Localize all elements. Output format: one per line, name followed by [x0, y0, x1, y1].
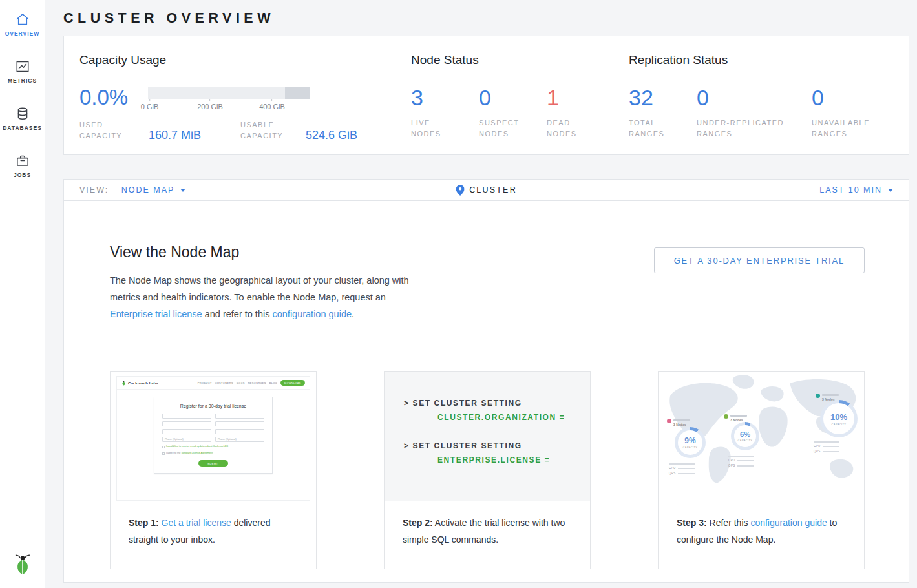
capacity-bar-chart: 0 GiB 200 GiB 400 GiB: [148, 87, 310, 113]
home-icon: [15, 12, 30, 27]
mini-form-title: Register for a 30-day trial license: [162, 404, 264, 408]
unavailable-ranges-count: 0: [812, 85, 893, 110]
cockroach-labs-logo: Cockroach Labs: [121, 380, 158, 386]
configuration-guide-link[interactable]: configuration guide: [272, 309, 352, 319]
database-icon: [15, 106, 30, 121]
unavailable-ranges-label: UNAVAILABLE RANGES: [812, 118, 883, 140]
suspect-nodes-label: SUSPECT NODES: [479, 118, 532, 140]
sidebar-item-overview[interactable]: OVERVIEW: [0, 12, 45, 37]
region-legend: 3 Nodes: [724, 414, 747, 422]
mini-phone-field: Phone (Optional): [215, 437, 264, 442]
mini-form-field: [162, 421, 211, 426]
capacity-donut: 10%CAPACITY: [820, 400, 858, 437]
region-legend: 3 Nodes: [667, 419, 690, 426]
mini-site-header: Cockroach Labs PRODUCT CUSTOMERS DOCS RE…: [117, 377, 310, 390]
sidebar-nav: OVERVIEW METRICS DATABASES: [0, 12, 45, 200]
sql-prompt: >: [404, 441, 410, 450]
page-title: CLUSTER OVERVIEW: [63, 10, 909, 30]
section-divider: [110, 350, 865, 350]
capacity-used-percent: 0.0%: [79, 85, 148, 113]
sidebar-item-label: JOBS: [14, 172, 31, 178]
step-2-card: > SET CLUSTER SETTING CLUSTER.ORGANIZATI…: [384, 371, 591, 569]
sql-setting: CLUSTER.ORGANIZATION =: [437, 413, 590, 422]
location-pin-icon: [456, 185, 464, 196]
view-dropdown[interactable]: NODE MAP: [121, 185, 186, 194]
mini-form-field: [215, 414, 264, 419]
capacity-bar-segment: [285, 87, 310, 99]
mini-download-button: DOWNLOAD: [280, 380, 305, 386]
sql-command: SET CLUSTER SETTING: [413, 399, 522, 408]
sidebar-item-label: DATABASES: [3, 125, 42, 131]
mini-optin-checkbox: I would like to receive email updates ab…: [162, 445, 264, 448]
suspect-nodes-count: 0: [479, 85, 547, 110]
mini-nav-item: CUSTOMERS: [215, 381, 233, 384]
node-status-title: Node Status: [411, 53, 629, 67]
total-ranges-label: TOTAL RANGES: [629, 118, 674, 140]
enterprise-trial-button[interactable]: GET A 30-DAY ENTERPRISE TRIAL: [654, 247, 865, 273]
region-stats: CPU QPS: [814, 441, 839, 453]
axis-tick: 400 GiB: [259, 103, 285, 110]
region-dot: [724, 414, 728, 419]
node-map-heading: View the Node Map: [110, 244, 414, 261]
capacity-donut: 6%CAPACITY: [731, 422, 759, 450]
step-1-card: Cockroach Labs PRODUCT CUSTOMERS DOCS RE…: [110, 371, 317, 569]
mini-form-field: [215, 429, 264, 434]
used-capacity-value: 160.7 MiB: [149, 129, 240, 142]
get-trial-license-link[interactable]: Get a trial license: [162, 518, 231, 528]
node-map-preview: 3 Nodes 3 Nodes 3 Nodes 9%CAPACITY 6%: [659, 372, 864, 501]
registration-screenshot: Cockroach Labs PRODUCT CUSTOMERS DOCS RE…: [111, 372, 316, 501]
sidebar-item-metrics[interactable]: METRICS: [0, 59, 45, 84]
live-nodes-count: 3: [411, 85, 479, 110]
briefcase-icon: [15, 153, 30, 169]
used-capacity-label: USED CAPACITY: [79, 120, 138, 142]
mini-form-field: [215, 421, 264, 426]
cockroachdb-logo: [14, 554, 31, 578]
usable-capacity-label: USABLE CAPACITY: [240, 120, 295, 142]
sidebar-item-jobs[interactable]: JOBS: [0, 153, 45, 178]
configuration-guide-link[interactable]: configuration guide: [750, 518, 827, 528]
step-3-card: 3 Nodes 3 Nodes 3 Nodes 9%CAPACITY 6%: [658, 371, 865, 569]
mini-agree-checkbox: I agree to the Software License Agreemen…: [162, 452, 264, 455]
time-range-dropdown[interactable]: LAST 10 MIN: [819, 185, 893, 194]
capacity-usage-section: Capacity Usage 0.0% 0 GiB 200 GiB 400 Gi…: [79, 53, 374, 154]
sql-command: SET CLUSTER SETTING: [413, 441, 522, 450]
capacity-bar: [148, 87, 310, 99]
chevron-down-icon: [180, 189, 185, 192]
chart-icon: [15, 59, 30, 74]
replication-status-title: Replication Status: [629, 53, 893, 67]
mini-submit-button: SUBMIT: [198, 460, 228, 467]
mini-form-field: [162, 429, 211, 434]
chevron-down-icon: [888, 189, 893, 192]
sql-setting: ENTERPRISE.LICENSE =: [437, 456, 590, 465]
sidebar-item-databases[interactable]: DATABASES: [0, 106, 45, 131]
dead-nodes-count: 1: [547, 85, 615, 110]
capacity-donut: 9%CAPACITY: [675, 427, 706, 458]
step-3-label: Step 3:: [677, 518, 707, 528]
enterprise-trial-license-link[interactable]: Enterprise trial license: [110, 309, 202, 319]
axis-tick: 200 GiB: [197, 103, 223, 110]
time-range-value: LAST 10 MIN: [819, 185, 882, 194]
trial-registration-form: Register for a 30-day trial license Phon…: [154, 397, 273, 474]
replication-status-section: Replication Status 32 TOTAL RANGES 0 UND…: [629, 53, 893, 154]
node-map-panel: View the Node Map The Node Map shows the…: [63, 201, 909, 583]
cluster-summary-card: Capacity Usage 0.0% 0 GiB 200 GiB 400 Gi…: [63, 36, 909, 155]
main-content: CLUSTER OVERVIEW Capacity Usage 0.0% 0 G…: [45, 0, 917, 588]
axis-tick: 0 GiB: [141, 103, 159, 110]
sql-commands-snippet: > SET CLUSTER SETTING CLUSTER.ORGANIZATI…: [385, 372, 590, 501]
capacity-axis: 0 GiB 200 GiB 400 GiB: [148, 99, 310, 113]
view-label: VIEW:: [79, 185, 109, 194]
sidebar-item-label: OVERVIEW: [5, 30, 40, 37]
mini-nav-item: RESOURCES: [248, 381, 266, 384]
mini-form-field: [162, 414, 211, 419]
step-2-caption: Step 2: Activate the trial license with …: [385, 501, 590, 562]
sidebar: OVERVIEW METRICS DATABASES: [0, 0, 45, 588]
sidebar-item-label: METRICS: [8, 78, 37, 84]
mini-phone-field: Phone (Optional): [162, 437, 211, 442]
mini-nav-item: DOCS: [237, 381, 245, 384]
region-stats: CPU QPS: [728, 456, 754, 467]
mini-nav-item: BLOG: [269, 381, 277, 384]
under-replicated-count: 0: [697, 85, 812, 110]
step-2-label: Step 2:: [403, 518, 433, 528]
step-3-caption: Step 3: Refer this configuration guide t…: [659, 501, 864, 562]
region-dot: [667, 419, 671, 423]
